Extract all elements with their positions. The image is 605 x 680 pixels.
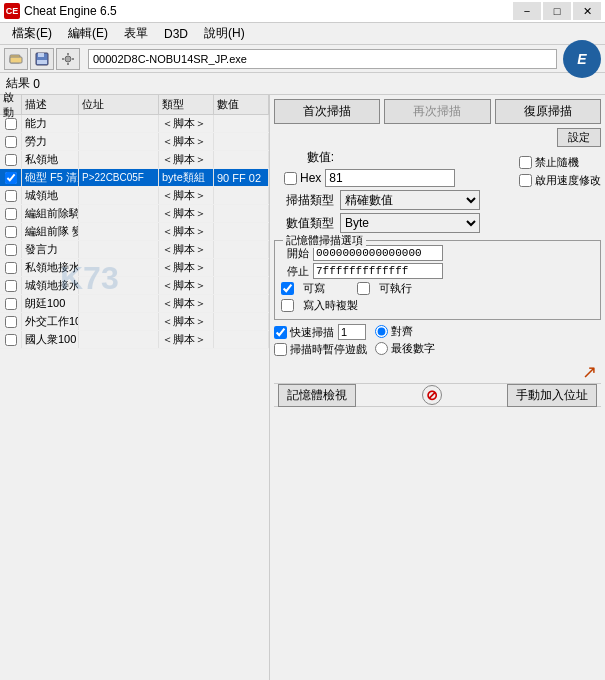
table-row[interactable]: 城領地接水接路澆糴＜脚本＞ xyxy=(0,277,269,295)
pause-checkbox[interactable] xyxy=(274,343,287,356)
table-row[interactable]: 編組前隊 變更隊行後 全車慰＜脚本＞ xyxy=(0,223,269,241)
process-name: 00002D8C-NOBU14SR_JP.exe xyxy=(88,49,557,69)
settings-toolbar-button[interactable] xyxy=(56,48,80,70)
title-bar: CE Cheat Engine 6.5 − □ ✕ xyxy=(0,0,605,23)
table-row[interactable]: 勞力＜脚本＞ xyxy=(0,133,269,151)
active-checkbox[interactable] xyxy=(5,118,17,130)
align-label: 對齊 xyxy=(391,324,413,339)
cell-desc: 發言力 xyxy=(22,241,79,258)
cell-addr xyxy=(79,331,159,348)
table-row[interactable]: 砲型 F5 清空P>22CBC05Fbyte類組90 FF 02 xyxy=(0,169,269,187)
table-row[interactable]: 國人衆100＜脚本＞ xyxy=(0,331,269,349)
stop-input[interactable] xyxy=(313,263,443,279)
value-input[interactable] xyxy=(325,169,455,187)
scan-type-label: 掃描類型 xyxy=(274,192,334,209)
maximize-button[interactable]: □ xyxy=(543,2,571,20)
fast-scan-checkbox[interactable] xyxy=(274,326,287,339)
table-row[interactable]: 城領地＜脚本＞ xyxy=(0,187,269,205)
cell-type: ＜脚本＞ xyxy=(159,277,214,294)
cell-active xyxy=(0,115,22,132)
writable-checkbox[interactable] xyxy=(281,282,294,295)
active-checkbox[interactable] xyxy=(5,244,17,256)
save-button[interactable] xyxy=(30,48,54,70)
manual-add-button[interactable]: 手動加入位址 xyxy=(507,384,597,407)
table-row[interactable]: 能力＜脚本＞ xyxy=(0,115,269,133)
scan-type-row: 掃描類型 精確數值 xyxy=(274,190,601,210)
menu-d3d[interactable]: D3D xyxy=(156,25,196,43)
write-on-copy-label: 寫入時複製 xyxy=(303,298,358,313)
menu-table[interactable]: 表單 xyxy=(116,23,156,44)
settings-button[interactable]: 設定 xyxy=(557,128,601,147)
next-scan-button[interactable]: 再次掃描 xyxy=(384,99,490,124)
left-panel: 啟動 描述 位址 類型 數值 能力＜脚本＞勞力＜脚本＞私領地＜脚本＞砲型 F5 … xyxy=(0,95,270,680)
cell-type: ＜脚本＞ xyxy=(159,187,214,204)
active-checkbox[interactable] xyxy=(5,208,17,220)
open-button[interactable] xyxy=(4,48,28,70)
cell-desc: 私領地 xyxy=(22,151,79,168)
cell-active xyxy=(0,223,22,240)
cell-active xyxy=(0,331,22,348)
col-header-type: 類型 xyxy=(159,95,214,114)
active-checkbox[interactable] xyxy=(5,172,17,184)
table-row[interactable]: 發言力＜脚本＞ xyxy=(0,241,269,259)
close-button[interactable]: ✕ xyxy=(573,2,601,20)
table-row[interactable]: 編組前除騎馬鐵炮＜脚本＞ xyxy=(0,205,269,223)
ce-logo: E xyxy=(563,40,601,78)
menu-file[interactable]: 檔案(E) xyxy=(4,23,60,44)
last-digit-radio[interactable] xyxy=(375,342,388,355)
active-checkbox[interactable] xyxy=(5,190,17,202)
mem-view-button[interactable]: 記憶體檢視 xyxy=(278,384,356,407)
settings-row: 設定 xyxy=(274,128,601,147)
stop-label: 停止 xyxy=(281,264,309,279)
cell-addr xyxy=(79,313,159,330)
table-row[interactable]: 外交工作100＜脚本＞ xyxy=(0,313,269,331)
first-scan-button[interactable]: 首次掃描 xyxy=(274,99,380,124)
no-icon-wrap: ⊘ xyxy=(356,385,507,405)
executable-checkbox[interactable] xyxy=(357,282,370,295)
hex-checkbox[interactable] xyxy=(284,172,297,185)
no-rand-checkbox[interactable] xyxy=(519,156,532,169)
scan-type-select[interactable]: 精確數值 xyxy=(340,190,480,210)
cell-val xyxy=(214,313,269,330)
fast-scan-input[interactable] xyxy=(338,324,366,340)
main-area: 啟動 描述 位址 類型 數值 能力＜脚本＞勞力＜脚本＞私領地＜脚本＞砲型 F5 … xyxy=(0,95,605,680)
svg-rect-7 xyxy=(67,63,69,65)
result-bar: 結果 0 xyxy=(0,73,605,95)
arrow-icon: ↗ xyxy=(582,361,597,383)
extra-options: 禁止隨機 啟用速度修改 xyxy=(519,155,601,188)
active-checkbox[interactable] xyxy=(5,316,17,328)
data-type-select[interactable]: Byte xyxy=(340,213,480,233)
cell-type: ＜脚本＞ xyxy=(159,331,214,348)
active-checkbox[interactable] xyxy=(5,226,17,238)
cell-desc: 朗廷100 xyxy=(22,295,79,312)
write-on-copy-checkbox[interactable] xyxy=(281,299,294,312)
svg-rect-6 xyxy=(67,53,69,55)
active-checkbox[interactable] xyxy=(5,334,17,346)
active-checkbox[interactable] xyxy=(5,262,17,274)
menu-help[interactable]: 說明(H) xyxy=(196,23,253,44)
svg-rect-3 xyxy=(38,53,44,57)
cell-addr xyxy=(79,187,159,204)
speed-edit-checkbox[interactable] xyxy=(519,174,532,187)
active-checkbox[interactable] xyxy=(5,298,17,310)
active-checkbox[interactable] xyxy=(5,280,17,292)
table-row[interactable]: 朗廷100＜脚本＞ xyxy=(0,295,269,313)
restore-scan-button[interactable]: 復原掃描 xyxy=(495,99,601,124)
cell-type: byte類組 xyxy=(159,169,214,186)
cell-type: ＜脚本＞ xyxy=(159,313,214,330)
menu-edit[interactable]: 編輯(E) xyxy=(60,23,116,44)
no-rand-row: 禁止隨機 xyxy=(519,155,601,170)
cell-type: ＜脚本＞ xyxy=(159,223,214,240)
align-radio[interactable] xyxy=(375,325,388,338)
align-radio-group: 對齊 最後數字 xyxy=(375,324,435,356)
table-row[interactable]: 私領地接水接路澆糴＜脚本＞ xyxy=(0,259,269,277)
table-row[interactable]: 私領地＜脚本＞ xyxy=(0,151,269,169)
no-rand-label: 禁止隨機 xyxy=(535,155,579,170)
active-checkbox[interactable] xyxy=(5,154,17,166)
writable-row: 可寫 可執行 xyxy=(281,281,594,296)
minimize-button[interactable]: − xyxy=(513,2,541,20)
cell-active xyxy=(0,169,22,186)
active-checkbox[interactable] xyxy=(5,136,17,148)
cell-desc: 勞力 xyxy=(22,133,79,150)
writable-label: 可寫 xyxy=(303,281,325,296)
